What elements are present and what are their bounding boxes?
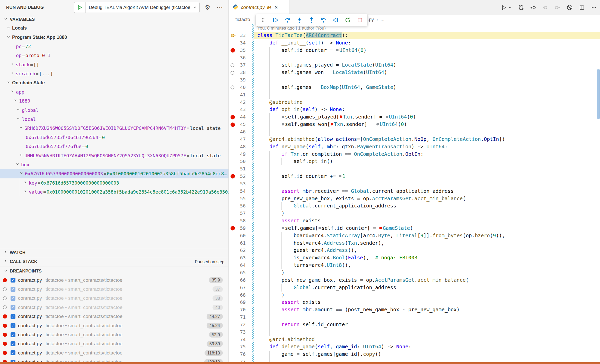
code-line[interactable]: 46 — [229, 128, 600, 136]
inline-breakpoint-icon[interactable] — [379, 227, 382, 230]
breakpoint-row[interactable]: ✓contract.pytictactoe • smart_contracts/… — [0, 285, 228, 294]
next-change-icon[interactable] — [554, 5, 560, 11]
run-icon[interactable] — [501, 5, 507, 11]
variable-row[interactable]: scratch = [...] — [0, 69, 228, 78]
code-line[interactable]: 53 — [229, 180, 600, 188]
breakpoint-checkbox[interactable]: ✓ — [11, 278, 15, 283]
breakpoint-row[interactable]: ✓contract.pytictactoe • smart_contracts/… — [0, 303, 228, 312]
more-actions-icon[interactable]: ⋯ — [217, 0, 223, 15]
inline-breakpoint-candidate-icon[interactable] — [339, 175, 342, 177]
code-line[interactable]: 41 — [229, 91, 600, 99]
variable-row[interactable]: Program State: App 1880 — [0, 33, 228, 42]
reverse-continue-button[interactable] — [331, 15, 341, 25]
overview-ruler[interactable] — [597, 24, 600, 364]
restart-button[interactable] — [343, 15, 353, 25]
variable-row[interactable]: Locals — [0, 24, 228, 33]
code-line[interactable]: 38 self.games_won = LocalState(UInt64) — [229, 69, 600, 76]
variable-row[interactable]: pc = 72 — [0, 42, 228, 51]
inline-breakpoint-candidate-icon[interactable] — [282, 227, 284, 229]
inline-breakpoint-candidate-icon[interactable] — [386, 116, 388, 118]
code-line[interactable]: 34 def __init__(self) -> None: — [229, 39, 600, 47]
step-into-button[interactable] — [295, 15, 304, 25]
step-out-button[interactable] — [307, 15, 316, 25]
breadcrumb-folder[interactable]: tictacto — [235, 15, 250, 24]
variable-row[interactable]: UNML6W5NVHRIKTEOZAA4NI2SWQROSGNFNY2QS523… — [0, 151, 228, 160]
code-line[interactable]: 54 assert mbr.receiver == Global.current… — [229, 188, 600, 195]
code-line[interactable]: 63 is_over=arc4.Bool(False), # noqa: FBT… — [229, 254, 600, 262]
code-line[interactable]: 59 self.games[self.id_counter] = GameSta… — [229, 225, 600, 232]
inline-breakpoint-candidate-icon[interactable] — [376, 123, 379, 125]
code-line[interactable]: 52 self.id_counter += 1 — [229, 173, 600, 180]
watch-section-header[interactable]: WATCH — [0, 248, 228, 257]
variable-row[interactable]: SRH6D7XU2N6WQQ5SSYDQFG5ESO6JWEQIDPGLUGYC… — [0, 124, 228, 133]
breakpoint-row[interactable]: ✓contract.pytictactoe • smart_contracts/… — [0, 321, 228, 330]
code-line[interactable]: 49 if Txn.on_completion == OnCompleteAct… — [229, 151, 600, 158]
code-line[interactable]: 76 game = self.games[game_id].copy() — [229, 351, 600, 358]
previous-change-icon[interactable] — [530, 5, 536, 11]
breakpoint-checkbox[interactable]: ✓ — [11, 314, 15, 319]
variable-row[interactable]: 0x67616d65735f706c61796564 = 0 — [0, 133, 228, 142]
gear-icon[interactable]: ⚙ — [205, 0, 210, 15]
code-line[interactable]: 51 — [229, 165, 600, 173]
inline-breakpoint-icon[interactable] — [340, 115, 342, 118]
code-line[interactable]: 33class TicTacToe(ARC4Contract): — [229, 32, 600, 39]
code-line[interactable]: 62 guest=arc4.Address(), — [229, 247, 600, 254]
code-line[interactable]: 56 Global.current_application_address — [229, 202, 600, 210]
breakpoints-section-header[interactable]: BREAKPOINTS — [0, 267, 228, 276]
inline-breakpoint-candidate-icon[interactable] — [319, 227, 321, 229]
variable-row[interactable]: key = 0x67616d65730000000000000003 — [0, 178, 228, 187]
close-icon[interactable]: × — [275, 5, 278, 10]
code-line[interactable]: 71 — [229, 314, 600, 321]
more-actions-icon[interactable] — [591, 5, 597, 11]
code-line[interactable]: 65 ) — [229, 269, 600, 277]
variable-row[interactable]: app — [0, 87, 228, 96]
breakpoint-row[interactable]: ✓contract.pytictactoe • smart_contracts/… — [0, 312, 228, 321]
open-changes-icon[interactable] — [518, 5, 524, 11]
code-line[interactable]: 39 — [229, 76, 600, 84]
breakpoint-row[interactable]: ✓contract.pytictactoe • smart_contracts/… — [0, 330, 228, 339]
code-line[interactable]: 37 self.games_played = LocalState(UInt64… — [229, 61, 600, 69]
code-line[interactable]: 42 @subroutine — [229, 99, 600, 106]
code-line[interactable]: 75 def delete_game(self, game_id: UInt64… — [229, 343, 600, 351]
variable-row[interactable]: On-chain State — [0, 78, 228, 87]
code-line[interactable]: 69 assert exists — [229, 299, 600, 306]
run-dropdown-icon[interactable] — [508, 6, 512, 10]
timeline-icon[interactable] — [567, 4, 573, 11]
breakpoint-checkbox[interactable]: ✓ — [11, 287, 15, 292]
stop-button[interactable] — [355, 15, 365, 25]
breakpoint-row[interactable]: ✓contract.pytictactoe • smart_contracts/… — [0, 276, 228, 285]
variable-row[interactable]: 0x67616d65735f776f6e = 0 — [0, 142, 228, 151]
code-line[interactable]: 36 — [229, 54, 600, 62]
variable-row[interactable]: value = 0x010000000102010002a358bf5bada9… — [0, 187, 228, 196]
code-line[interactable]: 66 post_new_game_box, exists = op.AcctPa… — [229, 277, 600, 284]
start-debug-icon[interactable] — [74, 2, 86, 13]
variable-row[interactable]: box — [0, 160, 228, 169]
code-line[interactable]: 57 ) — [229, 210, 600, 217]
step-over-button[interactable] — [283, 15, 292, 25]
code-line[interactable]: 60 board=arc4.StaticArray[arc4.Byte, Lit… — [229, 232, 600, 240]
code-line[interactable]: 67 Global.current_application_address — [229, 284, 600, 292]
breadcrumb-symbol[interactable]: ... — [381, 15, 384, 24]
code-line[interactable]: 74 @arc4.abimethod — [229, 336, 600, 343]
inline-breakpoint-icon[interactable] — [331, 123, 333, 126]
code-line[interactable]: 55 pre_new_game_box, exists = op.AcctPar… — [229, 195, 600, 203]
continue-button[interactable] — [270, 15, 280, 25]
breakpoint-row[interactable]: ✓contract.pytictactoe • smart_contracts/… — [0, 348, 228, 357]
code-line[interactable]: 68 ) — [229, 292, 600, 299]
call-stack-section-header[interactable]: CALL STACK Paused on step — [0, 257, 228, 266]
inline-breakpoint-candidate-icon[interactable] — [282, 123, 284, 125]
code-line[interactable]: 50 self.opt_in() — [229, 158, 600, 165]
variable-row[interactable]: stack = [] — [0, 60, 228, 69]
code-line[interactable]: 43 def opt_in(self) -> None: — [229, 106, 600, 113]
code-line[interactable]: 61 host=arc4.Address(Txn.sender), — [229, 240, 600, 247]
code-line[interactable]: 73 — [229, 329, 600, 336]
code-line[interactable]: 64 turns=arc4.UInt8(), — [229, 262, 600, 269]
code-line[interactable]: 47 @arc4.abimethod(allow_actions=[OnComp… — [229, 136, 600, 143]
breakpoint-checkbox[interactable]: ✓ — [11, 296, 15, 301]
variable-row[interactable]: 0x67616d65730000000000000003 = 0x0100000… — [0, 169, 228, 178]
breakpoint-checkbox[interactable]: ✓ — [11, 323, 15, 328]
grip-handle[interactable] — [258, 15, 268, 25]
breakpoint-row[interactable]: ✓contract.pytictactoe • smart_contracts/… — [0, 339, 228, 348]
variable-row[interactable]: local — [0, 115, 228, 124]
breakpoint-row[interactable]: ✓contract.pytictactoe • smart_contracts/… — [0, 294, 228, 303]
